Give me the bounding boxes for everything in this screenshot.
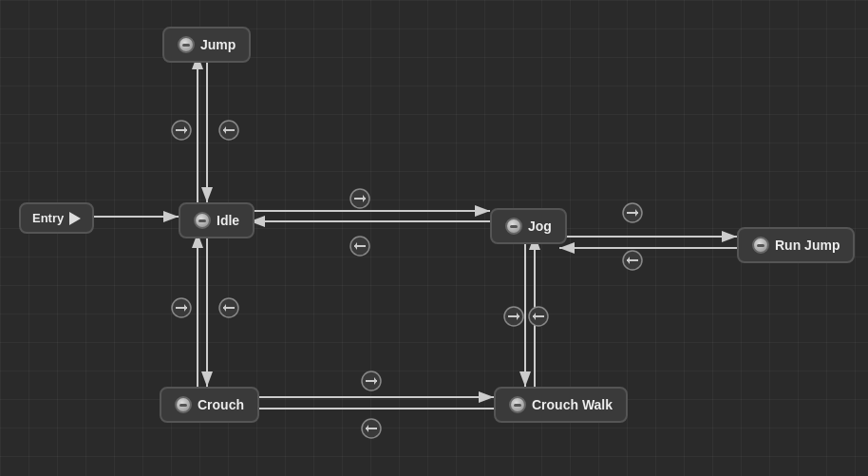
runjump-node[interactable]: Run Jump: [737, 227, 855, 263]
runjump-node-label: Run Jump: [775, 238, 840, 253]
entry-node[interactable]: Entry: [19, 202, 94, 234]
jog-node-icon: [505, 218, 522, 235]
jump-node[interactable]: Jump: [162, 27, 251, 63]
crouchwalk-node-label: Crouch Walk: [532, 397, 613, 412]
jump-node-icon: [178, 36, 195, 53]
jog-node[interactable]: Jog: [490, 208, 567, 244]
idle-node-label: Idle: [217, 213, 239, 228]
jump-node-label: Jump: [200, 37, 236, 52]
crouch-node-icon: [175, 396, 192, 413]
crouchwalk-node[interactable]: Crouch Walk: [494, 387, 628, 423]
entry-label: Entry: [32, 211, 64, 225]
crouch-node-label: Crouch: [198, 397, 244, 412]
runjump-node-icon: [752, 237, 769, 254]
entry-arrow-icon: [69, 212, 81, 225]
idle-node-icon: [194, 212, 211, 229]
crouchwalk-node-icon: [509, 396, 526, 413]
crouch-node[interactable]: Crouch: [160, 387, 259, 423]
idle-node[interactable]: Idle: [179, 202, 255, 238]
jog-node-label: Jog: [528, 219, 552, 234]
